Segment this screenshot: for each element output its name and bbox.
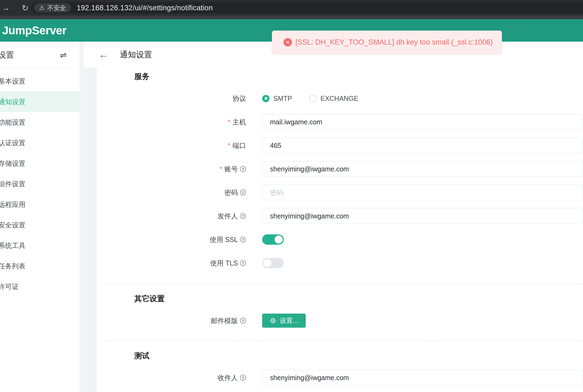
security-chip[interactable]: ⚠ 不安全 bbox=[34, 3, 71, 12]
help-icon[interactable]: ? bbox=[240, 260, 246, 266]
section-title-other: 其它设置 bbox=[134, 294, 583, 303]
jumpserver-logo[interactable]: JumpServer bbox=[2, 24, 66, 37]
section-title-test: 测试 bbox=[134, 351, 583, 360]
reload-icon[interactable]: ↻ bbox=[19, 3, 31, 13]
radio-exchange[interactable]: EXCHANGE bbox=[309, 95, 358, 102]
browser-toolbar: → ↻ ⚠ 不安全 192.168.126.132/ui/#/settings/… bbox=[0, 0, 583, 16]
sidebar-item-label: 远程应用 bbox=[0, 200, 25, 209]
use-ssl-row: 使用 SSL ? bbox=[97, 232, 583, 247]
sidebar-item-component[interactable]: 组件设置 bbox=[0, 174, 80, 194]
recipient-input[interactable] bbox=[262, 370, 583, 386]
recipient-row: 收件人 ? bbox=[97, 370, 583, 386]
use-ssl-label: 使用 SSL ? bbox=[97, 235, 246, 244]
use-tls-label: 使用 TLS ? bbox=[97, 259, 246, 268]
sidebar-item-remote-app[interactable]: 远程应用 bbox=[0, 194, 80, 215]
security-label: 不安全 bbox=[47, 4, 66, 12]
sender-label: 发件人 ? bbox=[97, 212, 246, 221]
radio-smtp-label: SMTP bbox=[273, 95, 292, 102]
sidebar-menu: 基本设置 通知设置 功能设置 认证设置 存储设置 组件设置 远程应用 安全设置 … bbox=[0, 68, 80, 297]
section-divider bbox=[105, 283, 583, 284]
sidebar-item-label: 安全设置 bbox=[0, 221, 25, 230]
sidebar-item-label: 任务列表 bbox=[0, 262, 25, 271]
port-input[interactable] bbox=[262, 138, 583, 153]
use-tls-row: 使用 TLS ? bbox=[97, 255, 583, 271]
label-text: 账号 bbox=[224, 165, 238, 174]
label-text: 使用 TLS bbox=[210, 259, 238, 268]
sidebar-item-notification[interactable]: 通知设置 bbox=[0, 91, 80, 112]
error-circle-icon: ✕ bbox=[284, 38, 292, 46]
sidebar-item-security[interactable]: 安全设置 bbox=[0, 215, 80, 235]
account-input[interactable] bbox=[262, 161, 583, 177]
radio-selected-icon bbox=[262, 95, 269, 102]
error-toast: ✕ [SSL: DH_KEY_TOO_SMALL] dh key too sma… bbox=[272, 31, 502, 54]
sidebar-item-label: 功能设置 bbox=[0, 118, 25, 127]
account-label: * 账号 ? bbox=[97, 165, 246, 174]
help-icon[interactable]: ? bbox=[240, 237, 246, 242]
host-row: * 主机 bbox=[97, 114, 583, 130]
url-text[interactable]: 192.168.126.132/ui/#/settings/notificati… bbox=[77, 4, 213, 12]
use-ssl-toggle[interactable] bbox=[262, 234, 284, 245]
sidebar-item-basic[interactable]: 基本设置 bbox=[0, 71, 80, 91]
section-title-service: 服务 bbox=[134, 72, 583, 81]
recipient-label: 收件人 ? bbox=[97, 373, 246, 382]
sidebar-item-label: 存储设置 bbox=[0, 159, 25, 168]
sidebar-collapse-icon[interactable]: ⇌ bbox=[60, 50, 67, 60]
help-icon[interactable]: ? bbox=[240, 318, 246, 324]
page-title: 通知设置 bbox=[120, 49, 152, 60]
email-template-row: 邮件模版 ? bbox=[97, 313, 583, 328]
bookmarks-strip bbox=[0, 16, 583, 19]
sidebar-item-license[interactable]: 许可证 bbox=[0, 276, 80, 297]
host-label: * 主机 bbox=[97, 118, 246, 127]
address-bar[interactable]: ⚠ 不安全 192.168.126.132/ui/#/settings/noti… bbox=[31, 2, 583, 14]
port-label: * 端口 bbox=[97, 141, 246, 150]
email-template-settings-button[interactable]: 设置... bbox=[262, 314, 306, 328]
help-icon[interactable]: ? bbox=[240, 166, 246, 172]
gear-icon bbox=[270, 317, 276, 324]
password-row: 密码 ? bbox=[97, 185, 583, 200]
forward-icon[interactable]: → bbox=[1, 3, 11, 12]
use-tls-toggle[interactable] bbox=[262, 258, 284, 268]
help-icon[interactable]: ? bbox=[240, 213, 246, 219]
port-row: * 端口 bbox=[97, 138, 583, 153]
label-text: 收件人 bbox=[218, 373, 238, 382]
sidebar-item-feature[interactable]: 功能设置 bbox=[0, 112, 80, 132]
label-text: 发件人 bbox=[218, 212, 238, 221]
radio-unselected-icon bbox=[309, 95, 317, 102]
password-input[interactable] bbox=[262, 185, 583, 200]
sidebar-header: 设置 ⇌ bbox=[0, 42, 80, 68]
sender-input[interactable] bbox=[262, 208, 583, 224]
sidebar-item-storage[interactable]: 存储设置 bbox=[0, 153, 80, 174]
help-icon[interactable]: ? bbox=[240, 375, 246, 381]
required-mark: * bbox=[228, 118, 230, 126]
section-divider bbox=[105, 340, 583, 341]
protocol-label: 协议 bbox=[97, 94, 246, 103]
account-row: * 账号 ? bbox=[97, 161, 583, 177]
password-label: 密码 ? bbox=[97, 188, 246, 197]
button-label: 设置... bbox=[280, 316, 298, 325]
radio-smtp[interactable]: SMTP bbox=[262, 95, 292, 102]
sidebar-item-label: 许可证 bbox=[0, 282, 19, 291]
toggle-knob bbox=[263, 259, 271, 267]
back-arrow-icon[interactable]: ← bbox=[99, 49, 108, 60]
sidebar-item-system-tools[interactable]: 系统工具 bbox=[0, 235, 80, 256]
required-mark: * bbox=[228, 142, 230, 150]
sidebar-item-label: 系统工具 bbox=[0, 241, 25, 250]
sidebar-scroll-track[interactable] bbox=[80, 42, 84, 392]
sidebar-item-label: 认证设置 bbox=[0, 138, 25, 147]
sidebar-item-label: 通知设置 bbox=[0, 97, 25, 106]
help-icon[interactable]: ? bbox=[240, 190, 246, 195]
label-text: 邮件模版 bbox=[211, 316, 238, 325]
label-text: 密码 bbox=[224, 188, 238, 197]
toggle-knob bbox=[275, 235, 283, 244]
settings-sidebar: 设置 ⇌ 基本设置 通知设置 功能设置 认证设置 存储设置 组件设置 远程应用 … bbox=[0, 42, 80, 392]
protocol-row: 协议 SMTP EXCHANGE bbox=[97, 91, 583, 106]
warning-triangle-icon: ⚠ bbox=[39, 4, 45, 11]
required-mark: * bbox=[219, 165, 222, 173]
sidebar-item-auth[interactable]: 认证设置 bbox=[0, 132, 80, 153]
label-text: 主机 bbox=[232, 118, 246, 127]
sidebar-title: 设置 bbox=[0, 49, 14, 61]
sender-row: 发件人 ? bbox=[97, 208, 583, 224]
error-toast-message: [SSL: DH_KEY_TOO_SMALL] dh key too small… bbox=[295, 38, 493, 46]
host-input[interactable] bbox=[262, 114, 583, 130]
sidebar-item-task-list[interactable]: 任务列表 bbox=[0, 256, 80, 276]
